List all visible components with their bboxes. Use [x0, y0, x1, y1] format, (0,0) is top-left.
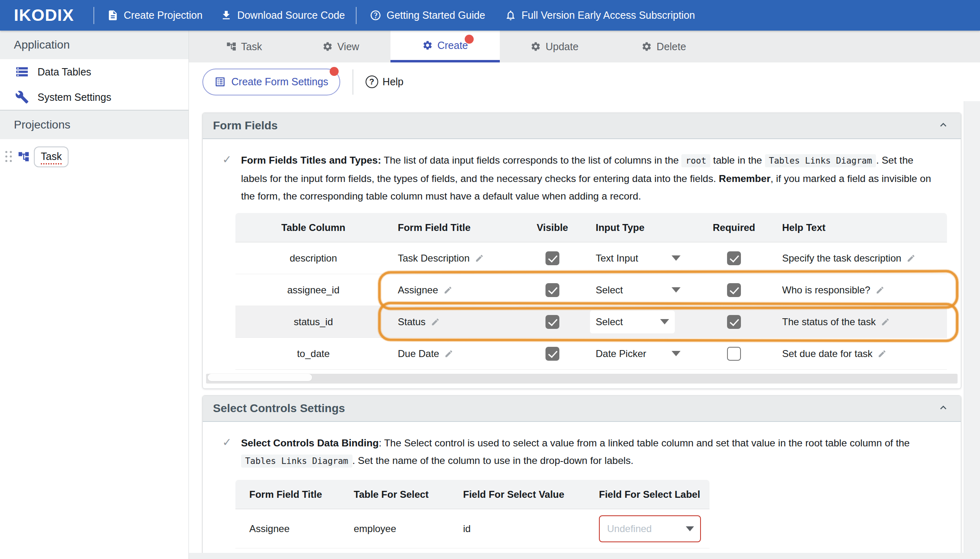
- projection-name: Task: [41, 151, 62, 164]
- input-type-select[interactable]: Select: [596, 284, 681, 296]
- table-row: assignee_id Assignee Select Who is respo…: [235, 274, 947, 306]
- app-logo[interactable]: IKODIX: [14, 6, 74, 25]
- table-column-value: assignee_id: [235, 284, 391, 296]
- panels-area: Form Fields ✓ Form Fields Titles and Typ…: [189, 101, 980, 559]
- help-circle-icon: ?: [366, 75, 378, 88]
- field-for-select-label-dropdown[interactable]: Undefined: [599, 515, 701, 542]
- table-for-select-value: employee: [354, 523, 463, 535]
- input-type-select[interactable]: Date Picker: [596, 348, 681, 359]
- vertical-scrollbar[interactable]: [964, 101, 980, 553]
- help-button[interactable]: ? Help: [366, 75, 404, 88]
- tab-label: Task: [241, 41, 262, 53]
- scrollbar-thumb[interactable]: [208, 374, 312, 381]
- subscription-label: Full Version Early Access Subscription: [521, 9, 695, 21]
- edit-icon[interactable]: [878, 349, 887, 358]
- tab-update[interactable]: Update: [500, 31, 609, 62]
- tab-create[interactable]: Create: [390, 31, 500, 62]
- bell-icon: [505, 9, 517, 21]
- drag-handle-icon[interactable]: [5, 151, 12, 162]
- toolbar: Create Form Settings ? Help: [189, 62, 980, 101]
- sidebar: Application Data Tables System Settings …: [0, 31, 189, 559]
- tab-task[interactable]: Task: [197, 31, 291, 62]
- bottom-scrollbar-track[interactable]: [189, 553, 980, 559]
- form-field-title-value: Assignee: [398, 284, 438, 296]
- collapse-chevron-icon[interactable]: [937, 119, 949, 133]
- column-header: Input Type: [579, 222, 693, 233]
- code-chip: root: [681, 154, 710, 167]
- edit-icon[interactable]: [443, 286, 452, 295]
- field-for-select-value: id: [463, 523, 599, 535]
- column-header: Table For Select: [354, 489, 463, 500]
- column-header: Help Text: [775, 222, 947, 233]
- collapse-chevron-icon[interactable]: [937, 402, 949, 415]
- required-checkbox[interactable]: [727, 347, 741, 361]
- tree-icon: [226, 41, 237, 52]
- edit-icon[interactable]: [876, 286, 885, 295]
- notification-dot: [465, 35, 474, 44]
- projection-item-task[interactable]: Task: [0, 139, 188, 174]
- table-row: Assignee employee id Undefined: [235, 509, 710, 548]
- edit-icon[interactable]: [881, 317, 890, 326]
- subscription-button[interactable]: Full Version Early Access Subscription: [505, 9, 695, 21]
- edit-icon[interactable]: [907, 254, 916, 263]
- data-tables-icon: [15, 65, 29, 79]
- table-column-value: to_date: [235, 348, 391, 359]
- tab-view[interactable]: View: [291, 31, 390, 62]
- form-fields-table: Table Column Form Field Title Visible In…: [235, 213, 947, 370]
- tab-delete[interactable]: Delete: [609, 31, 718, 62]
- create-form-settings-button[interactable]: Create Form Settings: [202, 69, 340, 95]
- create-projection-label: Create Projection: [124, 9, 202, 21]
- column-header: Form Field Title: [235, 489, 354, 500]
- help-text-value: Who is responsible?: [782, 284, 870, 296]
- getting-started-guide-button[interactable]: Getting Started Guide: [370, 9, 485, 21]
- select-controls-panel: Select Controls Settings ✓ Select Contro…: [202, 395, 961, 559]
- visible-checkbox[interactable]: [545, 347, 559, 361]
- panel-title: Select Controls Settings: [213, 402, 345, 415]
- table-header-row: Table Column Form Field Title Visible In…: [235, 213, 947, 242]
- form-field-title-value: Assignee: [235, 523, 354, 535]
- input-type-select[interactable]: Select: [590, 311, 675, 333]
- table-column-value: status_id: [235, 316, 391, 328]
- main-content: Task View Create Update Delete: [189, 31, 980, 559]
- create-projection-button[interactable]: Create Projection: [107, 9, 202, 21]
- required-checkbox[interactable]: [727, 283, 741, 297]
- sidebar-item-system-settings[interactable]: System Settings: [0, 84, 188, 110]
- projection-tree-icon: [18, 151, 30, 163]
- visible-checkbox[interactable]: [545, 283, 559, 297]
- form-fields-panel-header[interactable]: Form Fields: [203, 113, 961, 139]
- top-navigation-bar: IKODIX Create Projection Download Source…: [0, 0, 980, 31]
- sidebar-item-data-tables[interactable]: Data Tables: [0, 59, 188, 84]
- help-label: Help: [383, 76, 404, 88]
- required-checkbox[interactable]: [727, 251, 741, 265]
- select-controls-panel-header[interactable]: Select Controls Settings: [203, 396, 961, 422]
- form-field-title-value: Task Description: [398, 253, 470, 264]
- chevron-down-icon: [672, 255, 681, 261]
- edit-icon[interactable]: [431, 317, 440, 326]
- download-source-code-button[interactable]: Download Source Code: [220, 9, 345, 21]
- column-header: Table Column: [235, 222, 391, 233]
- download-source-code-label: Download Source Code: [237, 9, 345, 21]
- notification-dot: [330, 67, 339, 76]
- getting-started-guide-label: Getting Started Guide: [386, 9, 485, 21]
- required-checkbox[interactable]: [727, 315, 741, 329]
- input-type-select[interactable]: Text Input: [596, 253, 681, 264]
- table-row: status_id Status Select The status of th…: [235, 306, 947, 338]
- topbar-divider: [356, 7, 357, 24]
- visible-checkbox[interactable]: [545, 315, 559, 329]
- gear-icon: [530, 41, 541, 52]
- form-field-title-value: Status: [398, 316, 426, 328]
- projection-name-box[interactable]: Task: [34, 146, 69, 167]
- topbar-divider: [93, 7, 94, 24]
- edit-icon[interactable]: [444, 349, 453, 358]
- chevron-down-icon: [672, 351, 681, 356]
- table-header-row: Form Field Title Table For Select Field …: [235, 480, 710, 509]
- visible-checkbox[interactable]: [545, 251, 559, 265]
- gear-icon: [422, 40, 433, 51]
- horizontal-scrollbar[interactable]: [206, 374, 958, 384]
- wrench-icon: [15, 90, 29, 104]
- help-text-value: Specify the task description: [782, 253, 901, 264]
- tab-bar: Task View Create Update Delete: [189, 31, 980, 62]
- note-paragraph: Select Controls Data Binding: The Select…: [241, 434, 937, 470]
- edit-icon[interactable]: [475, 254, 484, 263]
- column-header: Visible: [526, 222, 579, 233]
